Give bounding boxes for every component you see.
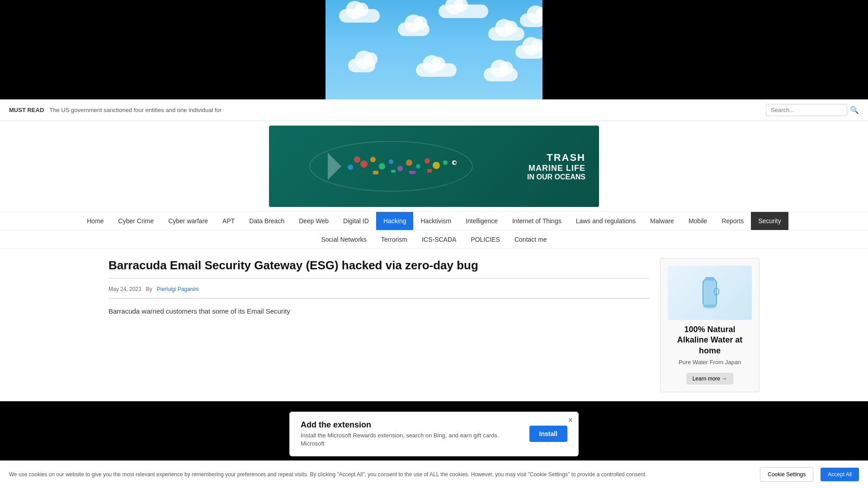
cloud-7 <box>484 68 518 81</box>
nav-terrorism[interactable]: Terrorism <box>374 230 415 249</box>
svg-point-22 <box>703 304 717 309</box>
svg-rect-14 <box>391 170 396 173</box>
svg-point-8 <box>425 158 430 164</box>
article-excerpt: Barracuda warned customers that some of … <box>108 306 649 317</box>
top-banner <box>0 0 868 99</box>
svg-point-2 <box>370 157 376 162</box>
ad-box: 100% Natural Alkaline Water at home Pure… <box>660 258 760 392</box>
article-by: By <box>146 286 152 292</box>
nav-intelligence[interactable]: Intelligence <box>458 212 505 230</box>
main-nav: Home Cyber Crime Cyber warfare APT Data … <box>0 211 868 249</box>
nav-contact-me[interactable]: Contact me <box>507 230 554 249</box>
meta-divider <box>108 278 649 279</box>
cloud-5 <box>348 59 375 72</box>
svg-point-5 <box>397 166 403 171</box>
svg-point-4 <box>389 160 393 164</box>
svg-rect-16 <box>427 169 432 173</box>
svg-point-12 <box>354 156 360 163</box>
nav-cyber-crime[interactable]: Cyber Crime <box>111 212 161 230</box>
nav-mobile[interactable]: Mobile <box>681 212 714 230</box>
banner-line1: TRASH <box>527 152 585 164</box>
article-title: Barracuda Email Security Gateway (ESG) h… <box>108 258 649 273</box>
article-date: May 24, 2023 <box>108 286 142 292</box>
svg-rect-21 <box>705 277 714 281</box>
nav-hacking[interactable]: Hacking <box>376 212 414 230</box>
svg-point-19 <box>454 162 456 164</box>
svg-point-11 <box>348 164 353 170</box>
cloud-8 <box>515 45 542 59</box>
nav-iot[interactable]: Internet of Things <box>505 212 569 230</box>
nav-cyber-warfare[interactable]: Cyber warfare <box>161 212 215 230</box>
banner-text-block: TRASH MARINE LIFE IN OUR OCEANS <box>527 152 585 181</box>
main-banner-ad: TRASH MARINE LIFE IN OUR OCEANS <box>269 126 599 207</box>
banner-line3: IN OUR OCEANS <box>527 173 585 181</box>
article-section: Barracuda Email Security Gateway (ESG) h… <box>108 258 649 392</box>
nav-policies[interactable]: POLICIES <box>463 230 507 249</box>
nav-deep-web[interactable]: Deep Web <box>292 212 336 230</box>
nav-hacktivism[interactable]: Hacktivism <box>413 212 458 230</box>
cloud-2 <box>398 23 429 36</box>
svg-point-6 <box>406 160 412 166</box>
nav-malware[interactable]: Malware <box>643 212 681 230</box>
must-read-bar: MUST READ The US government sanctioned f… <box>0 99 868 121</box>
banner-line2: MARINE LIFE <box>527 164 585 173</box>
nav-row2: Social Networks Terrorism ICS-SCADA POLI… <box>0 230 868 249</box>
svg-point-1 <box>360 160 368 168</box>
cloud-4 <box>488 27 524 41</box>
cloud-3 <box>439 5 488 18</box>
ad-subtitle: Pure Water From Japan <box>668 359 752 366</box>
must-read-label: MUST READ <box>9 107 44 113</box>
ad-title: 100% Natural Alkaline Water at home <box>668 324 752 356</box>
svg-point-9 <box>433 162 440 169</box>
nav-data-breach[interactable]: Data Breach <box>242 212 292 230</box>
main-content: Barracuda Email Security Gateway (ESG) h… <box>0 249 868 401</box>
site-header-image <box>326 0 542 99</box>
water-jug-svg <box>696 275 723 311</box>
must-read-text: The US government sanctioned four entiti… <box>49 107 760 113</box>
svg-point-7 <box>416 164 420 169</box>
search-area: 🔍 <box>766 104 859 116</box>
article-meta: May 24, 2023 By Pierluigi Paganini <box>108 286 649 299</box>
svg-point-3 <box>379 163 385 169</box>
cloud-6 <box>416 63 457 77</box>
search-input[interactable] <box>766 104 847 116</box>
sidebar-ad: 100% Natural Alkaline Water at home Pure… <box>660 258 760 392</box>
nav-social-networks[interactable]: Social Networks <box>314 230 373 249</box>
nav-apt[interactable]: APT <box>215 212 242 230</box>
nav-reports[interactable]: Reports <box>714 212 751 230</box>
svg-point-10 <box>443 160 448 165</box>
ad-learn-more-button[interactable]: Learn more → <box>686 373 734 385</box>
nav-laws[interactable]: Laws and regulations <box>569 212 643 230</box>
svg-marker-17 <box>328 153 341 180</box>
main-banner-area: TRASH MARINE LIFE IN OUR OCEANS <box>0 121 868 211</box>
fish-svg <box>283 130 518 202</box>
nav-row1: Home Cyber Crime Cyber warfare APT Data … <box>0 212 868 230</box>
svg-rect-15 <box>409 171 415 174</box>
nav-security[interactable]: Security <box>751 212 788 230</box>
nav-home[interactable]: Home <box>80 212 111 230</box>
article-author-link[interactable]: Pierluigi Paganini <box>157 286 199 292</box>
cloud-9 <box>520 14 542 27</box>
cloud-1 <box>339 9 380 23</box>
svg-rect-13 <box>373 171 378 174</box>
ad-image <box>668 266 752 320</box>
nav-digital-id[interactable]: Digital ID <box>336 212 376 230</box>
nav-ics-scada[interactable]: ICS-SCADA <box>415 230 463 249</box>
search-button[interactable]: 🔍 <box>850 106 859 114</box>
